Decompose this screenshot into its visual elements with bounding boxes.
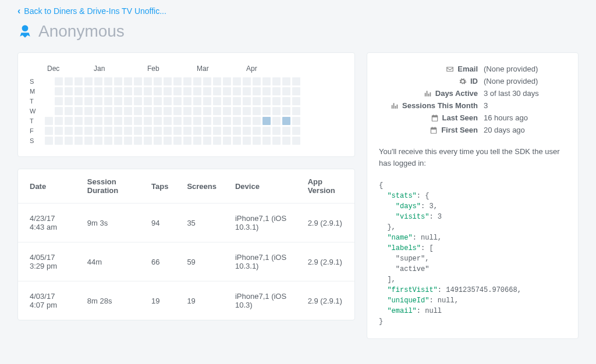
table-row[interactable]: 4/03/17 4:07 pm8m 28s1919iPhone7,1 (iOS … — [18, 281, 354, 320]
heatmap-cell — [253, 77, 261, 85]
heatmap-cell — [253, 107, 261, 115]
heatmap-cell — [114, 77, 122, 85]
heatmap-cell — [144, 97, 152, 105]
sessions-table: DateSession DurationTapsScreensDeviceApp… — [18, 169, 354, 320]
table-row[interactable]: 4/05/17 3:29 pm44m6659iPhone7,1 (iOS 10.… — [18, 242, 354, 281]
heatmap-cell — [223, 117, 231, 125]
heatmap-cell — [183, 77, 191, 85]
table-header: Screens — [175, 169, 224, 204]
info-value: 16 hours ago — [484, 113, 566, 122]
heatmap-cell — [144, 127, 152, 135]
heatmap-cell — [213, 107, 221, 115]
info-label: Last Seen — [442, 113, 478, 122]
heatmap-cell — [262, 87, 271, 95]
heatmap-cell — [292, 77, 300, 85]
table-cell: 4/03/17 4:07 pm — [18, 281, 76, 320]
heatmap-cell — [164, 87, 172, 95]
bar-chart-icon — [391, 102, 399, 110]
heatmap-cell — [74, 97, 83, 105]
heatmap-cell — [193, 97, 201, 105]
heatmap-cell — [114, 137, 122, 145]
page-title: Anonymous — [38, 22, 125, 41]
heatmap-cell — [55, 87, 63, 95]
heatmap-cell — [203, 137, 211, 145]
table-cell: 66 — [140, 242, 175, 281]
heatmap-cell — [233, 97, 241, 105]
table-cell: 8m 28s — [76, 281, 140, 320]
heatmap-cell — [193, 117, 201, 125]
info-label: Days Active — [435, 89, 478, 98]
heatmap-cell — [272, 117, 281, 125]
table-header: Taps — [140, 169, 175, 204]
heatmap-cell — [104, 127, 112, 135]
heatmap-cell — [74, 107, 83, 115]
table-cell: iPhone7,1 (iOS 10.3) — [224, 281, 296, 320]
table-cell: 9m 3s — [76, 204, 140, 242]
table-cell: 2.9 (2.9.1) — [296, 204, 354, 242]
heatmap-cell — [134, 137, 142, 145]
heatmap-cell — [65, 77, 73, 85]
heatmap-cell — [94, 137, 102, 145]
heatmap-cell — [154, 137, 162, 145]
heatmap-cell — [282, 107, 290, 115]
sdk-note: You'll receive this every time you tell … — [379, 146, 566, 169]
heatmap-cell — [144, 137, 152, 145]
table-row[interactable]: 4/23/17 4:43 am9m 3s9435iPhone7,1 (iOS 1… — [18, 204, 354, 242]
heatmap-weekday-label: S — [30, 137, 39, 145]
heatmap-cell — [233, 117, 241, 125]
heatmap-cell — [173, 97, 182, 105]
heatmap-cell — [134, 107, 142, 115]
heatmap-cell — [74, 137, 83, 145]
heatmap-cell — [203, 97, 211, 105]
heatmap-month-label: Feb — [147, 65, 197, 73]
heatmap-cell — [213, 127, 221, 135]
heatmap-cell — [104, 107, 112, 115]
heatmap-cell — [154, 77, 162, 85]
table-cell: 59 — [175, 242, 224, 281]
heatmap-cell — [94, 97, 102, 105]
heatmap-cell — [144, 87, 152, 95]
info-label: First Seen — [441, 126, 478, 134]
heatmap-cell — [243, 127, 251, 135]
heatmap-cell — [84, 137, 93, 145]
back-link[interactable]: ‹ Back to Diners & Drive-Ins TV Unoffic.… — [17, 6, 166, 16]
heatmap-cell — [292, 97, 300, 105]
heatmap-cell — [193, 127, 201, 135]
heatmap-cell — [164, 97, 172, 105]
heatmap-cell — [183, 107, 191, 115]
heatmap-cell — [243, 117, 251, 125]
heatmap-cell — [173, 127, 182, 135]
heatmap-cell — [65, 127, 73, 135]
heatmap-cell — [292, 137, 300, 145]
info-label: Sessions This Month — [402, 101, 478, 110]
sdk-json-block: { "stats": { "days": 3, "visits": 3 }, "… — [379, 180, 566, 327]
info-row: Days Active3 of last 30 days — [379, 89, 566, 98]
heatmap-cell — [282, 127, 290, 135]
heatmap-cell — [223, 107, 231, 115]
heatmap-weekdays: SMTWTFS — [30, 77, 39, 145]
back-link-label: Back to Diners & Drive-Ins TV Unoffic... — [24, 6, 166, 16]
heatmap-cell — [164, 107, 172, 115]
heatmap-cell — [193, 77, 201, 85]
table-header: Date — [18, 169, 76, 204]
table-cell: iPhone7,1 (iOS 10.3.1) — [224, 204, 296, 242]
heatmap-cell — [173, 107, 182, 115]
heatmap-cell — [272, 137, 281, 145]
heatmap-cell — [134, 117, 142, 125]
heatmap-cell — [262, 117, 271, 125]
heatmap-cell — [193, 107, 201, 115]
heatmap-cell — [213, 117, 221, 125]
heatmap-cell — [164, 77, 172, 85]
activity-heatmap-card: DecJanFebMarApr SMTWTFS — [17, 52, 355, 157]
heatmap-cell — [272, 87, 281, 95]
table-header: Session Duration — [76, 169, 140, 204]
heatmap-month-label: Dec — [47, 65, 94, 73]
heatmap-cell — [154, 127, 162, 135]
heatmap-cell — [272, 127, 281, 135]
heatmap-cell — [272, 77, 281, 85]
heatmap-weekday-label: T — [30, 117, 39, 125]
info-value: 3 — [484, 101, 566, 110]
heatmap-cell — [183, 127, 191, 135]
table-cell: 35 — [175, 204, 224, 242]
heatmap-cell — [45, 137, 53, 145]
